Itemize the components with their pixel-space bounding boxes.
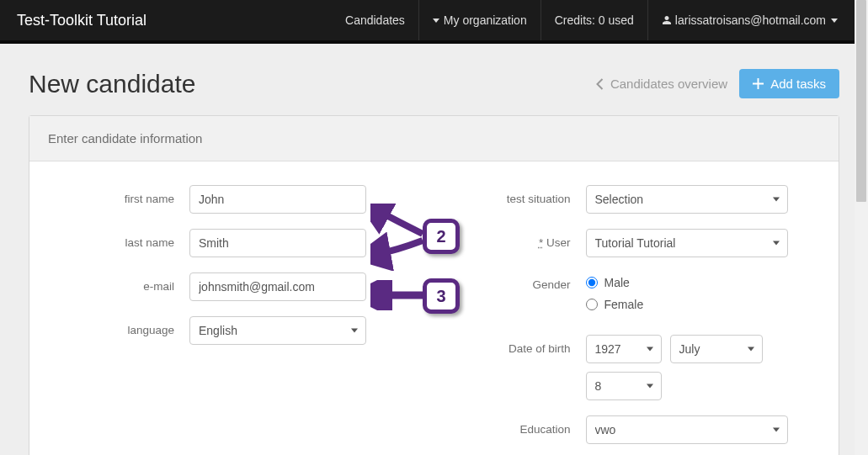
- candidates-overview-label: Candidates overview: [610, 77, 727, 91]
- label-gender: Gender: [451, 272, 586, 293]
- panel-heading: Enter candidate information: [29, 116, 839, 161]
- label-last-name: last name: [55, 235, 189, 251]
- row-education: Education vwo: [451, 415, 814, 444]
- row-gender: Gender Male Female: [451, 272, 814, 320]
- row-email: e-mail: [55, 272, 418, 301]
- add-tasks-label: Add tasks: [770, 77, 826, 91]
- nav-my-organization[interactable]: My organization: [419, 0, 541, 40]
- gender-male-option[interactable]: Male: [586, 276, 814, 289]
- form-left-column: first name last name e-mail: [55, 185, 418, 455]
- label-email: e-mail: [55, 279, 189, 294]
- row-user: * User Tutorial Tutorial: [451, 229, 814, 257]
- label-user-text: User: [546, 236, 571, 249]
- gender-male-label: Male: [604, 276, 630, 289]
- nav-credits[interactable]: Credits: 0 used: [541, 0, 648, 40]
- nav-credits-label: Credits: 0 used: [555, 13, 634, 27]
- dob-day-select[interactable]: 8: [586, 372, 662, 400]
- caret-down-icon: [831, 19, 838, 23]
- row-last-name: last name: [55, 229, 418, 257]
- last-name-input[interactable]: [189, 229, 366, 257]
- dob-month-select[interactable]: July: [670, 335, 763, 363]
- label-first-name: first name: [55, 192, 189, 207]
- header-actions: Candidates overview Add tasks: [596, 69, 839, 98]
- test-situation-select[interactable]: Selection: [586, 185, 788, 214]
- row-test-situation: test situation Selection: [451, 185, 814, 214]
- page-header: New candidate Candidates overview Add ta…: [29, 69, 839, 98]
- user-icon: [662, 13, 675, 27]
- dob-year-select[interactable]: 1927: [586, 335, 662, 363]
- brand-title: Test-Toolkit Tutorial: [17, 12, 146, 29]
- scrollbar-thumb[interactable]: [856, 0, 866, 202]
- gender-male-radio[interactable]: [586, 277, 598, 288]
- top-navbar: Test-Toolkit Tutorial Candidates My orga…: [0, 0, 868, 44]
- label-user-prefix: *: [539, 236, 543, 249]
- first-name-input[interactable]: [189, 185, 366, 214]
- gender-female-radio[interactable]: [586, 299, 598, 310]
- gender-female-option[interactable]: Female: [586, 298, 814, 311]
- label-user: * User: [451, 235, 586, 251]
- annotation-step-2-number: 2: [436, 227, 445, 246]
- arrow-icon: [370, 204, 429, 271]
- navbar-right: Candidates My organization Credits: 0 us…: [332, 0, 851, 40]
- label-dob: Date of birth: [451, 335, 586, 357]
- education-select[interactable]: vwo: [586, 415, 788, 444]
- email-input[interactable]: [189, 272, 366, 301]
- annotation-step-3-number: 3: [436, 287, 445, 306]
- arrow-icon: [370, 280, 429, 310]
- candidates-overview-link[interactable]: Candidates overview: [596, 77, 727, 91]
- form-right-column: test situation Selection * User: [451, 185, 814, 455]
- vertical-scrollbar[interactable]: [855, 0, 868, 455]
- label-test-situation: test situation: [451, 192, 586, 207]
- page-title: New candidate: [29, 70, 195, 98]
- nav-user-label: larissatroisans@hotmail.com: [675, 13, 826, 27]
- nav-candidates[interactable]: Candidates: [332, 0, 419, 40]
- nav-my-org-label: My organization: [444, 13, 527, 27]
- row-language: language English: [55, 316, 418, 345]
- language-select[interactable]: English: [189, 316, 366, 345]
- row-dob: Date of birth 1927 July: [451, 335, 814, 400]
- gender-female-label: Female: [604, 298, 644, 311]
- add-tasks-button[interactable]: Add tasks: [739, 69, 839, 98]
- chevron-left-icon: [596, 78, 604, 90]
- label-language: language: [55, 323, 189, 338]
- label-education: Education: [451, 422, 586, 437]
- row-first-name: first name: [55, 185, 418, 214]
- nav-user-menu[interactable]: larissatroisans@hotmail.com: [648, 0, 851, 40]
- user-select[interactable]: Tutorial Tutorial: [586, 229, 788, 257]
- nav-candidates-label: Candidates: [345, 13, 405, 27]
- caret-down-icon: [433, 19, 439, 23]
- plus-icon: [753, 78, 764, 89]
